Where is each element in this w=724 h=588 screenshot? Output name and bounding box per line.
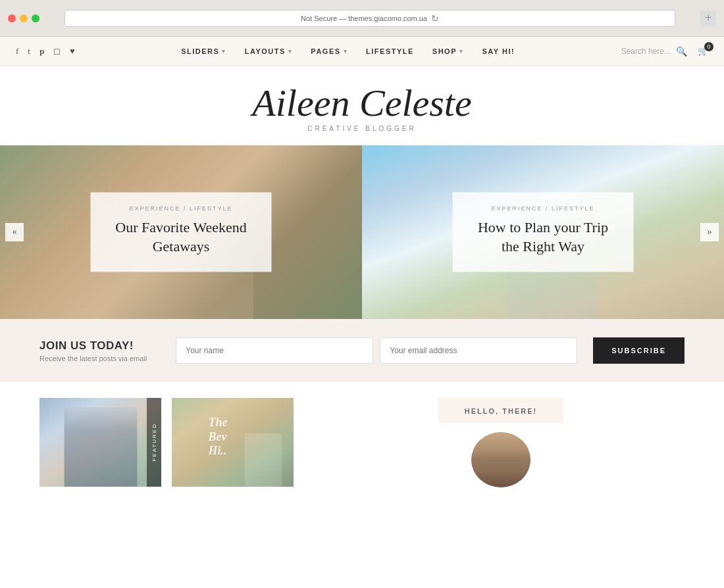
- logo-area: Aileen Celeste CREATIVE BLOGGER: [0, 66, 724, 145]
- twitter-icon[interactable]: t: [28, 46, 30, 57]
- slide-1-title[interactable]: Our Favorite Weekend Getaways: [111, 218, 252, 256]
- slide-2-title[interactable]: How to Plan your Trip the Right Way: [473, 218, 614, 256]
- nav-pages[interactable]: PAGES ▾: [311, 47, 348, 55]
- nav-lifestyle[interactable]: LIFESTYLE: [366, 47, 414, 55]
- cart-icon[interactable]: 🛒 0: [698, 46, 708, 56]
- nav-shop-label: SHOP: [432, 47, 457, 55]
- nav-layouts-label: LAYOUTS: [245, 47, 286, 55]
- hello-label: HELLO, THERE!: [465, 407, 537, 415]
- email-input[interactable]: [380, 337, 577, 364]
- hello-there-box: HELLO, THERE!: [438, 398, 563, 423]
- slider-prev-button[interactable]: «: [5, 223, 24, 241]
- author-avatar: [471, 432, 530, 487]
- heart-icon[interactable]: ♥: [70, 46, 75, 57]
- site-logo-script[interactable]: Aileen Celeste: [0, 84, 724, 122]
- nav-sliders[interactable]: SLIDERS ▾: [181, 47, 226, 55]
- bottom-section: FEATURED TheBevHi.. HELLO, THERE!: [0, 382, 724, 487]
- search-placeholder-text: Search here...: [621, 47, 671, 56]
- next-arrow-icon: »: [708, 227, 712, 237]
- nav-layouts[interactable]: LAYOUTS ▾: [245, 47, 293, 55]
- featured-badge: FEATURED: [147, 398, 161, 487]
- dot-maximize[interactable]: [32, 14, 39, 22]
- chevron-down-icon: ▾: [344, 48, 348, 55]
- nav-sliders-label: SLIDERS: [181, 47, 219, 55]
- search-icon[interactable]: 🔍: [676, 46, 687, 57]
- subscribe-text-block: JOIN US TODAY! Receive the latest posts …: [39, 339, 147, 362]
- nav-say-hi[interactable]: SAY HI!: [482, 47, 515, 55]
- chevron-down-icon: ▾: [288, 48, 293, 55]
- subscribe-section: JOIN US TODAY! Receive the latest posts …: [0, 319, 724, 382]
- dot-close[interactable]: [8, 14, 16, 22]
- refresh-icon[interactable]: ↻: [431, 13, 439, 24]
- address-text: Not Secure — themes.giacomo.com.ua: [301, 14, 427, 22]
- browser-chrome: Not Secure — themes.giacomo.com.ua ↻ +: [0, 0, 724, 37]
- top-navigation-bar: f t 𝐩 ◻ ♥ SLIDERS ▾ LAYOUTS ▾ PAGES ▾ LI…: [0, 37, 724, 66]
- post-thumbnail-2[interactable]: TheBevHi..: [172, 398, 294, 487]
- instagram-icon[interactable]: ◻: [53, 46, 61, 57]
- cart-count-badge: 0: [704, 42, 713, 51]
- slide-2-overlay: EXPERIENCE / LIFESTYLE How to Plan your …: [453, 192, 634, 272]
- nav-lifestyle-label: LIFESTYLE: [366, 47, 414, 55]
- post-thumbnail-1[interactable]: FEATURED: [39, 398, 161, 487]
- slide-2-category: EXPERIENCE / LIFESTYLE: [473, 205, 614, 212]
- nav-shop[interactable]: SHOP ▾: [432, 47, 464, 55]
- prev-arrow-icon: «: [13, 227, 17, 237]
- site-tagline: CREATIVE BLOGGER: [0, 125, 724, 132]
- sidebar-hello-section: HELLO, THERE!: [317, 398, 685, 487]
- slide-1-category: EXPERIENCE / LIFESTYLE: [111, 205, 252, 212]
- website-content: f t 𝐩 ◻ ♥ SLIDERS ▾ LAYOUTS ▾ PAGES ▾ LI…: [0, 37, 724, 588]
- facebook-icon[interactable]: f: [16, 46, 18, 57]
- slider-next-button[interactable]: »: [700, 223, 719, 241]
- chevron-down-icon: ▾: [222, 48, 226, 55]
- nav-pages-label: PAGES: [311, 47, 340, 55]
- subscribe-button[interactable]: SUBSCRIBE: [593, 337, 685, 364]
- name-input[interactable]: [176, 337, 373, 364]
- browser-dots: [8, 14, 39, 22]
- nav-say-hi-label: SAY HI!: [482, 47, 515, 55]
- social-icons-group: f t 𝐩 ◻ ♥: [16, 46, 75, 57]
- chevron-down-icon: ▾: [459, 48, 464, 55]
- hero-slider: « EXPERIENCE / LIFESTYLE Our Favorite We…: [0, 145, 724, 319]
- pinterest-icon[interactable]: 𝐩: [39, 46, 44, 57]
- slide-1: EXPERIENCE / LIFESTYLE Our Favorite Week…: [0, 145, 362, 319]
- address-bar[interactable]: Not Secure — themes.giacomo.com.ua ↻: [65, 10, 675, 27]
- subscribe-heading: JOIN US TODAY!: [39, 339, 147, 353]
- featured-label: FEATURED: [151, 423, 157, 462]
- search-area: Search here... 🔍 🛒 0: [621, 46, 708, 57]
- subscribe-subtext: Receive the latest posts via email: [39, 355, 147, 362]
- slide-1-overlay: EXPERIENCE / LIFESTYLE Our Favorite Week…: [91, 192, 272, 272]
- new-tab-button[interactable]: +: [700, 11, 716, 26]
- dot-minimize[interactable]: [20, 14, 28, 22]
- main-navigation: SLIDERS ▾ LAYOUTS ▾ PAGES ▾ LIFESTYLE SH…: [75, 47, 621, 55]
- slide-2: EXPERIENCE / LIFESTYLE How to Plan your …: [362, 145, 724, 319]
- subscribe-inputs-group: [176, 337, 577, 364]
